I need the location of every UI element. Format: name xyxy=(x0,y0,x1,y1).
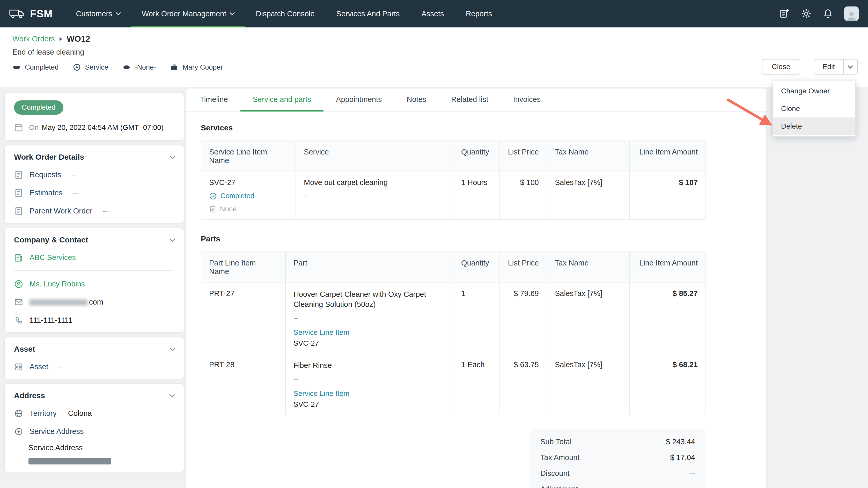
col-part-line-item-name: Part Line Item Name xyxy=(201,252,285,283)
tab-related-list[interactable]: Related list xyxy=(439,89,500,111)
tab-invoices[interactable]: Invoices xyxy=(501,89,553,111)
contact-row: Ms. Lucy Robins xyxy=(14,280,175,289)
nav-item-reports[interactable]: Reports xyxy=(455,0,503,27)
territory-label: Territory xyxy=(30,409,57,418)
col-quantity: Quantity xyxy=(453,252,500,283)
service-line-item-link[interactable]: Service Line Item xyxy=(293,328,445,337)
nav-item-assets[interactable]: Assets xyxy=(411,0,455,27)
nav-item-label: Customers xyxy=(76,9,112,18)
service-type-icon xyxy=(73,63,81,71)
company-link[interactable]: ABC Services xyxy=(30,253,76,262)
tax-name-cell: SalesTax [7%] xyxy=(547,354,630,415)
asset-label[interactable]: Asset xyxy=(30,362,49,371)
services-table-row: SVC-27 Completed None Move out carpet cl… xyxy=(201,172,706,220)
owner-briefcase-icon xyxy=(170,63,178,71)
content-area: Completed On May 20, 2022 04:54 AM (GMT … xyxy=(0,87,868,488)
service-address-row: Service Address xyxy=(14,427,175,436)
col-list-price: List Price xyxy=(500,141,547,172)
collapse-chevron-icon[interactable] xyxy=(169,236,176,242)
avatar[interactable] xyxy=(844,6,859,21)
check-circle-icon xyxy=(209,192,217,200)
tab-bar: Timeline Service and parts Appointments … xyxy=(186,89,766,111)
gear-icon[interactable] xyxy=(801,8,812,19)
edit-dropdown-toggle[interactable] xyxy=(843,60,857,74)
collapse-chevron-icon[interactable] xyxy=(169,345,176,351)
requests-label[interactable]: Requests xyxy=(30,170,61,179)
col-service-line-item-name: Service Line Item Name xyxy=(201,141,296,172)
collapse-chevron-icon[interactable] xyxy=(169,391,176,397)
line-item-amount-cell: $ 68.21 xyxy=(630,354,706,415)
edit-button[interactable]: Edit xyxy=(814,60,843,74)
service-line-item-link[interactable]: Service Line Item xyxy=(293,389,445,398)
type-badge: Service xyxy=(73,63,108,71)
card-title: Work Order Details xyxy=(14,153,84,161)
menu-item-change-owner[interactable]: Change Owner xyxy=(773,82,855,100)
chevron-down-icon xyxy=(848,63,853,69)
app-logo[interactable]: FSM xyxy=(9,0,53,27)
estimates-label[interactable]: Estimates xyxy=(30,189,62,197)
quantity-cell: 1 Each xyxy=(453,354,500,415)
document-icon xyxy=(209,206,216,213)
bell-icon[interactable] xyxy=(823,8,833,19)
collapse-chevron-icon[interactable] xyxy=(169,153,176,159)
contact-link[interactable]: Ms. Lucy Robins xyxy=(30,280,85,288)
list-price-cell: $ 100 xyxy=(500,172,547,220)
priority-icon xyxy=(122,63,131,71)
priority-badge-label: -None- xyxy=(135,63,156,71)
asset-value: -- xyxy=(59,362,64,371)
parts-section-title: Parts xyxy=(201,234,751,243)
service-line-item-name: SVC-27 xyxy=(209,178,288,187)
estimates-row: Estimates -- xyxy=(14,188,175,198)
email-value: com xyxy=(30,298,103,306)
card-title: Asset xyxy=(14,345,35,353)
chevron-down-icon xyxy=(229,10,235,15)
tab-timeline[interactable]: Timeline xyxy=(187,89,241,111)
nav-item-dispatch-console[interactable]: Dispatch Console xyxy=(245,0,325,27)
type-badge-label: Service xyxy=(85,63,108,71)
top-nav: FSM Customers Work Order Management Disp… xyxy=(0,0,868,27)
line-item-status[interactable]: Completed xyxy=(209,192,288,200)
col-line-item-amount: Line Item Amount xyxy=(630,141,706,172)
col-tax-name: Tax Name xyxy=(547,141,630,172)
nav-item-label: Dispatch Console xyxy=(256,9,314,18)
menu-item-delete[interactable]: Delete xyxy=(773,118,855,135)
service-address-label: Service Address xyxy=(14,444,175,452)
email-row: com xyxy=(14,298,175,307)
parts-table: Part Line Item Name Part Quantity List P… xyxy=(201,252,706,415)
tax-name-cell: SalesTax [7%] xyxy=(547,283,630,354)
line-item-none: None xyxy=(209,205,288,213)
col-part: Part xyxy=(285,252,453,283)
page-title: WO12 xyxy=(67,34,90,44)
work-order-subtitle: End of lease cleaning xyxy=(12,48,858,56)
parts-table-row: PRT-28 Fiber Rinse -- Service Line Item … xyxy=(201,354,706,415)
compose-icon[interactable] xyxy=(779,8,790,19)
estimates-value: -- xyxy=(73,189,78,197)
document-icon xyxy=(14,188,23,198)
tab-appointments[interactable]: Appointments xyxy=(323,89,394,111)
phone-icon xyxy=(14,316,23,325)
tab-service-and-parts[interactable]: Service and parts xyxy=(241,89,324,111)
nav-items: Customers Work Order Management Dispatch… xyxy=(65,0,503,27)
nav-item-customers[interactable]: Customers xyxy=(65,0,131,27)
menu-item-clone[interactable]: Clone xyxy=(773,100,855,118)
card-title: Address xyxy=(14,391,45,400)
territory-value: Colona xyxy=(68,409,92,418)
service-address-link[interactable]: Service Address xyxy=(30,427,84,436)
breadcrumb-separator-icon xyxy=(60,37,62,41)
close-button[interactable]: Close xyxy=(762,59,800,74)
nav-item-services-and-parts[interactable]: Services And Parts xyxy=(326,0,411,27)
adjustment-value: -- xyxy=(690,485,695,488)
requests-value: -- xyxy=(72,170,76,179)
clipped-address-text xyxy=(28,458,111,464)
phone-value: 111-111-1111 xyxy=(30,316,72,324)
envelope-icon xyxy=(14,298,23,307)
adjustment-label: Adjustment xyxy=(540,485,578,488)
col-tax-name: Tax Name xyxy=(547,252,630,283)
nav-item-work-order-management[interactable]: Work Order Management xyxy=(131,0,245,27)
breadcrumb-work-orders-link[interactable]: Work Orders xyxy=(12,35,55,43)
tab-notes[interactable]: Notes xyxy=(394,89,439,111)
person-icon xyxy=(14,280,23,289)
status-badge: Completed xyxy=(12,63,59,71)
parent-work-order-label[interactable]: Parent Work Order xyxy=(30,207,92,215)
services-table: Service Line Item Name Service Quantity … xyxy=(201,140,706,220)
